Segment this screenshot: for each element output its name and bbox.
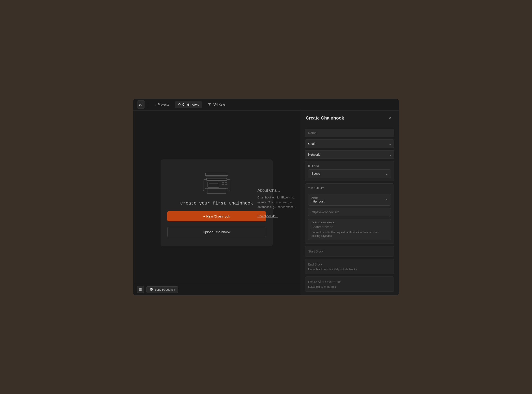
network-select-wrapper: Network [305,150,394,159]
about-link[interactable]: Chainhook do... [257,214,278,218]
api-keys-nav-btn[interactable]: ⚿ API Keys [205,101,229,108]
if-this-label: IF-THIS: [308,164,391,167]
start-block-input[interactable] [308,249,391,253]
send-feedback-button[interactable]: 💬 Send Feedback [146,286,178,293]
projects-nav-btn[interactable]: ≡ Projects [151,101,172,108]
chain-select[interactable]: Chain [305,140,394,148]
auth-header-box: Authorization Header Secret to add to th… [308,219,391,241]
api-keys-icon: ⚿ [208,103,211,107]
then-that-label: THEN-THAT: [308,187,391,190]
projects-label: Projects [158,103,169,106]
chainhooks-label: Chainhooks [182,103,199,106]
svg-rect-5 [208,182,219,187]
main-content: Create your first Chainhook + New Chainh… [133,111,399,295]
auth-hint-text: Secret to add to the request `authorizat… [312,231,388,238]
then-that-section: THEN-THAT: Action http_post ⌄ Authorizat… [305,183,394,244]
action-chevron-icon: ⌄ [385,197,388,201]
modal-body: Chain Network IF-THIS: Scope [300,125,399,295]
upload-chainhook-button[interactable]: Upload Chainhook [167,227,266,237]
app-window: /-/ | ≡ Projects ⟳ Chainhooks ⚿ API Keys [133,99,399,296]
auth-header-label: Authorization Header [312,221,388,224]
upload-chainhook-label: Upload Chainhook [203,230,230,234]
empty-state-title: Create your first Chainhook [180,201,253,206]
about-title: About Cha... [257,187,298,193]
network-select[interactable]: Network [305,150,394,159]
about-description: Chainhook e... for Bitcoin la... events.… [257,195,298,209]
empty-state-card: Create your first Chainhook + New Chainh… [161,160,273,246]
expire-occurrence-field: Leave blank for no limit [305,276,394,292]
logo-button[interactable]: /-/ [137,100,145,109]
name-input[interactable] [305,129,394,137]
if-this-section: IF-THIS: Scope [305,161,394,181]
nav-divider: | [148,102,149,107]
start-block-field [305,246,394,257]
action-label: Action [312,197,324,199]
left-panel: Create your first Chainhook + New Chainh… [133,111,300,295]
name-field-group [305,129,394,137]
chainhooks-nav-btn[interactable]: ⟳ Chainhooks [175,101,202,108]
feedback-icon: 💬 [150,288,153,291]
menu-icon-button[interactable]: ☰ [137,286,144,293]
top-nav: /-/ | ≡ Projects ⟳ Chainhooks ⚿ API Keys [133,99,399,111]
modal-close-button[interactable]: × [387,115,393,121]
end-block-field: Leave blank to indefinitely include bloc… [305,259,394,274]
modal-header: Create Chainhook × [300,111,399,125]
about-section: About Cha... Chainhook e... for Bitcoin … [257,187,298,219]
expire-occurrence-input[interactable] [308,280,391,284]
chain-select-wrapper: Chain [305,140,394,148]
url-input[interactable] [308,208,391,216]
end-block-input[interactable] [308,263,391,266]
menu-icon: ☰ [139,288,142,291]
api-keys-label: API Keys [213,103,226,106]
action-content: Action http_post [312,197,324,203]
scope-select-wrapper: Scope [308,169,391,178]
close-icon: × [389,116,391,120]
svg-rect-3 [207,178,227,181]
modal-title: Create Chainhook [306,115,344,121]
action-select-box[interactable]: Action http_post ⌄ [308,194,391,206]
feedback-label: Send Feedback [155,288,175,291]
svg-rect-10 [207,189,226,193]
scope-select[interactable]: Scope [308,169,391,178]
bottom-bar: ☰ 💬 Send Feedback [133,284,300,295]
auth-header-input[interactable] [312,225,388,229]
svg-point-9 [225,182,227,185]
action-value: http_post [312,200,324,203]
end-block-hint: Leave blank to indefinitely include bloc… [308,268,391,271]
new-chainhook-label: + New Chainhook [203,214,230,218]
chainhooks-icon: ⟳ [178,103,181,107]
logo-text: /-/ [139,103,142,107]
create-chainhook-modal: Create Chainhook × Chain [300,111,399,295]
svg-point-8 [222,182,224,185]
new-chainhook-button[interactable]: + New Chainhook [167,211,266,221]
svg-rect-0 [205,173,228,176]
printer-illustration [199,168,235,195]
svg-rect-1 [206,174,227,176]
projects-icon: ≡ [155,103,156,107]
expire-hint: Leave blank for no limit [308,285,391,288]
